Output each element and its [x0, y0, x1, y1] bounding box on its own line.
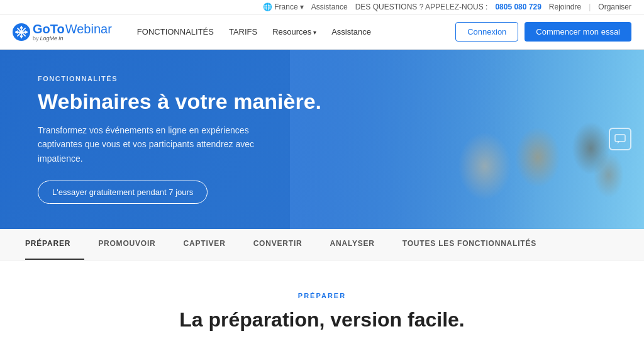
nav-tarifs[interactable]: TARIFS: [229, 27, 257, 36]
rejoindre-link[interactable]: Rejoindre: [549, 3, 581, 11]
chevron-down-icon: ▾: [300, 3, 304, 11]
nav-right: Connexion Commencer mon essai: [455, 22, 631, 42]
hero-people-visual: [290, 50, 644, 229]
phone-number[interactable]: 0805 080 729: [495, 3, 541, 11]
nav-assistance[interactable]: Assistance: [331, 27, 371, 36]
globe-selector[interactable]: 🌐 France ▾: [263, 3, 303, 11]
hero-background-people: [290, 50, 644, 229]
section-title: La préparation, version facile.: [25, 308, 619, 332]
nav-resources[interactable]: Resources: [272, 27, 316, 36]
logo-webinar: Webinar: [65, 22, 112, 36]
hero-label: FONCTIONNALITÉS: [38, 75, 321, 82]
goto-snowflake-icon: [13, 23, 30, 41]
main-nav: GoTo Webinar by LogMe In FONCTIONNALITÉS…: [0, 14, 644, 50]
essai-button[interactable]: Commencer mon essai: [525, 22, 631, 42]
features-nav: PRÉPARER PROMOUVOIR CAPTIVER CONVERTIR A…: [0, 229, 644, 260]
organiser-link[interactable]: Organiser: [598, 3, 631, 11]
chat-icon[interactable]: [609, 128, 631, 150]
hero-cta-button[interactable]: L'essayer gratuitement pendant 7 jours: [38, 181, 208, 204]
features-nav-analyser[interactable]: ANALYSER: [316, 229, 389, 260]
hero-section: FONCTIONNALITÉS Webinaires à votre maniè…: [0, 50, 644, 229]
section-label: PRÉPARER: [25, 292, 619, 299]
connexion-button[interactable]: Connexion: [455, 22, 518, 42]
section-desc: Configurer un webinaire ne devrait pas ê…: [140, 342, 504, 346]
logo-logmein: LogMe: [40, 35, 58, 42]
assistance-link[interactable]: Assistance: [311, 3, 348, 11]
logo[interactable]: GoTo Webinar by LogMe In: [13, 22, 112, 42]
section-content: PRÉPARER La préparation, version facile.…: [0, 260, 644, 346]
features-nav-captiver[interactable]: CAPTIVER: [170, 229, 240, 260]
svg-rect-13: [615, 135, 625, 142]
hero-title: Webinaires à votre manière.: [38, 89, 321, 114]
features-nav-convertir[interactable]: CONVERTIR: [240, 229, 316, 260]
features-nav-preparer[interactable]: PRÉPARER: [25, 229, 84, 260]
hero-desc: Transformez vos événements en ligne en e…: [38, 123, 277, 165]
logo-in: In: [58, 35, 64, 42]
features-nav-toutes[interactable]: TOUTES LES FONCTIONNALITÉS: [389, 229, 550, 260]
hero-content: FONCTIONNALITÉS Webinaires à votre maniè…: [38, 75, 321, 204]
features-nav-promouvoir[interactable]: PROMOUVOIR: [84, 229, 169, 260]
nav-links: FONCTIONNALITÉS TARIFS Resources Assista…: [137, 27, 436, 36]
nav-fonctionnalites[interactable]: FONCTIONNALITÉS: [137, 27, 214, 36]
logo-by: by: [33, 35, 39, 42]
separator: |: [589, 3, 591, 11]
logo-goto: GoTo: [33, 22, 65, 36]
question-label: DES QUESTIONS ? APPELEZ-NOUS :: [355, 3, 488, 11]
globe-icon: 🌐: [263, 3, 272, 11]
globe-label: France: [274, 3, 297, 11]
top-bar: 🌐 France ▾ Assistance DES QUESTIONS ? AP…: [0, 0, 644, 14]
